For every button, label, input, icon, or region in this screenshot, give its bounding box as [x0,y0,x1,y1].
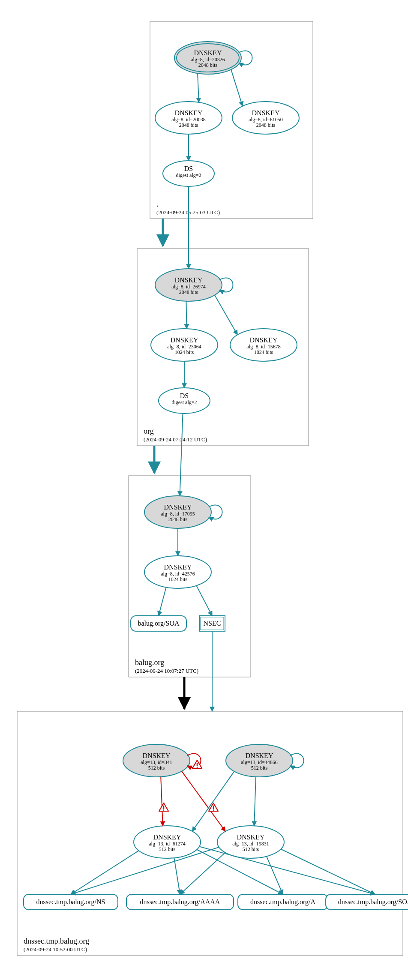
dnssec-graph: .(2024-09-24 05:25:03 UTC)org(2024-09-24… [9,9,408,971]
zone-timestamp: (2024-09-24 10:07:27 UTC) [135,668,198,674]
warning-icon [159,803,168,811]
node-algid: alg=8, id=42576 [161,571,195,577]
sign-edge [161,777,163,826]
node-bits: 512 bits [159,846,176,852]
zone-name: . [156,200,159,208]
zone-box [17,711,403,956]
zone-name: org [144,427,154,435]
rr-label: dnssec.tmp.balug.org/SOA [338,898,408,906]
svg-point-5 [163,809,165,811]
node-algid: digest alg=2 [171,399,197,405]
sign-edge [196,586,212,616]
sign-edge [281,849,375,894]
node-algid: alg=8, id=15678 [246,344,281,350]
sign-edge [192,771,234,831]
rr-label: dnssec.tmp.balug.org/NS [36,898,105,906]
node-title: DNSKEY [237,833,265,841]
node-title: DNSKEY [246,752,273,759]
node-title: DNSKEY [250,336,278,344]
node-algid: alg=8, id=61050 [249,117,283,123]
sign-edge [231,69,243,106]
node-bits: 2048 bits [256,122,276,128]
node-algid: alg=8, id=23064 [167,344,201,350]
sign-edge [215,295,237,335]
sign-edge [199,847,375,894]
node-bits: 2048 bits [179,122,198,128]
svg-point-3 [197,767,198,768]
sign-edge [174,858,180,894]
node-title: DS [184,165,193,172]
node-bits: 1024 bits [254,349,273,355]
node-bits: 512 bits [148,765,165,771]
node-title: DNSKEY [153,833,181,841]
node-algid: digest alg=2 [176,172,201,178]
sign-edge [159,587,166,616]
rr-label: dnssec.tmp.balug.org/AAAA [140,898,220,906]
node-title: DNSKEY [171,336,198,344]
svg-point-7 [213,809,214,811]
node-title: DS [180,392,189,399]
node-title: DNSKEY [252,109,280,117]
sign-edge [267,856,283,894]
node-algid: alg=8, id=26974 [171,284,206,290]
node-algid: alg=13, id=44866 [241,759,278,765]
warning-icon [209,803,218,811]
node-algid: alg=13, id=61274 [149,841,186,847]
node-bits: 512 bits [243,846,259,852]
node-algid: alg=13, id=341 [141,759,172,765]
sign-edge [254,777,256,826]
node-bits: 1024 bits [175,349,194,355]
zone-timestamp: (2024-09-24 10:52:00 UTC) [24,946,87,953]
node-title: DNSKEY [164,563,192,571]
rr-label: dnssec.tmp.balug.org/A [250,898,316,906]
nsec-label: NSEC [204,620,221,627]
node-bits: 2048 bits [179,289,198,295]
rr-label: balug.org/SOA [138,620,179,627]
sign-edge [198,73,199,102]
zone-name: balug.org [135,658,164,667]
node-algid: alg=8, id=20038 [171,117,206,123]
node-bits: 1024 bits [168,576,188,582]
node-bits: 2048 bits [198,62,218,68]
node-title: DNSKEY [175,109,203,117]
node-algid: alg=13, id=19831 [232,841,269,847]
node-algid: alg=8, id=20326 [191,57,225,63]
node-title: DNSKEY [164,503,192,511]
sign-edge [180,414,183,496]
node-title: DNSKEY [194,49,222,57]
sign-edge [71,851,139,894]
node-bits: 512 bits [251,765,268,771]
node-bits: 2048 bits [168,516,188,522]
sign-edge [186,301,186,329]
node-title: DNSKEY [175,276,203,284]
zone-name: dnssec.tmp.balug.org [24,937,89,945]
sign-edge [180,853,225,894]
zone-timestamp: (2024-09-24 07:24:12 UTC) [144,436,207,443]
sign-edge [182,771,225,831]
node-algid: alg=8, id=17095 [161,511,195,517]
node-title: DNSKEY [143,752,171,759]
